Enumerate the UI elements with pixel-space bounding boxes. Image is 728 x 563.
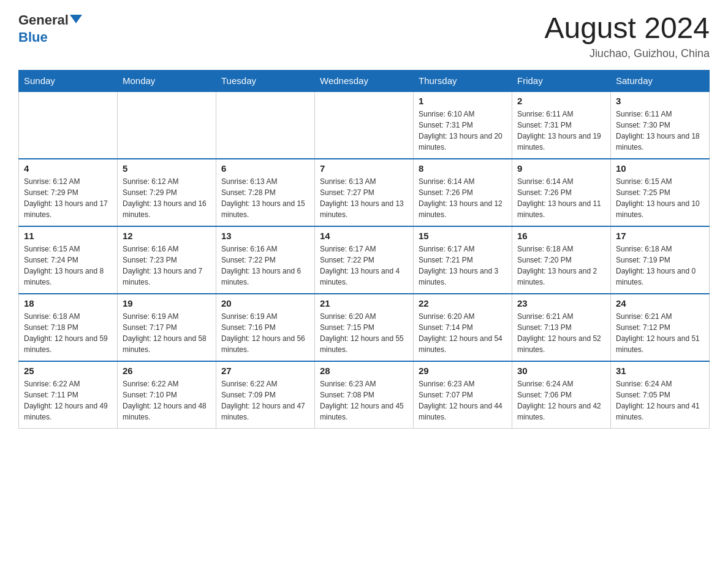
calendar-cell [118,91,216,159]
week-row-4: 25Sunrise: 6:22 AMSunset: 7:11 PMDayligh… [19,361,710,429]
calendar-cell [315,91,414,159]
day-info: Sunrise: 6:20 AMSunset: 7:15 PMDaylight:… [320,311,408,355]
calendar-cell: 11Sunrise: 6:15 AMSunset: 7:24 PMDayligh… [19,226,118,294]
day-info: Sunrise: 6:12 AMSunset: 7:29 PMDaylight:… [123,176,211,220]
week-row-3: 18Sunrise: 6:18 AMSunset: 7:18 PMDayligh… [19,294,710,361]
logo-blue-text: Blue [18,29,48,45]
calendar-cell: 10Sunrise: 6:15 AMSunset: 7:25 PMDayligh… [611,159,710,226]
day-number: 9 [517,163,605,174]
day-info: Sunrise: 6:22 AMSunset: 7:11 PMDaylight:… [24,378,112,423]
day-number: 29 [419,366,507,376]
calendar-cell: 20Sunrise: 6:19 AMSunset: 7:16 PMDayligh… [216,294,315,361]
day-info: Sunrise: 6:22 AMSunset: 7:10 PMDaylight:… [123,378,211,423]
header-saturday: Saturday [611,70,710,91]
day-info: Sunrise: 6:15 AMSunset: 7:24 PMDaylight:… [24,243,112,288]
calendar-cell: 22Sunrise: 6:20 AMSunset: 7:14 PMDayligh… [414,294,512,361]
day-number: 4 [24,163,112,174]
day-number: 30 [517,366,605,376]
calendar-cell: 4Sunrise: 6:12 AMSunset: 7:29 PMDaylight… [19,159,118,226]
day-info: Sunrise: 6:21 AMSunset: 7:13 PMDaylight:… [517,311,605,355]
day-info: Sunrise: 6:13 AMSunset: 7:28 PMDaylight:… [221,176,309,220]
day-number: 19 [123,298,211,308]
day-number: 5 [123,163,211,174]
day-info: Sunrise: 6:24 AMSunset: 7:06 PMDaylight:… [517,378,605,423]
day-info: Sunrise: 6:16 AMSunset: 7:22 PMDaylight:… [221,243,309,288]
location: Jiuchao, Guizhou, China [544,47,710,60]
day-info: Sunrise: 6:14 AMSunset: 7:26 PMDaylight:… [517,176,605,220]
day-number: 25 [24,366,112,376]
day-number: 22 [419,298,507,308]
header-sunday: Sunday [19,70,118,91]
day-info: Sunrise: 6:14 AMSunset: 7:26 PMDaylight:… [419,176,507,220]
calendar-cell: 31Sunrise: 6:24 AMSunset: 7:05 PMDayligh… [611,361,710,429]
calendar-cell: 27Sunrise: 6:22 AMSunset: 7:09 PMDayligh… [216,361,315,429]
day-info: Sunrise: 6:13 AMSunset: 7:27 PMDaylight:… [320,176,408,220]
calendar-cell: 15Sunrise: 6:17 AMSunset: 7:21 PMDayligh… [414,226,512,294]
calendar-cell: 7Sunrise: 6:13 AMSunset: 7:27 PMDaylight… [315,159,414,226]
day-info: Sunrise: 6:11 AMSunset: 7:31 PMDaylight:… [517,109,605,153]
header-tuesday: Tuesday [216,70,315,91]
calendar-cell: 21Sunrise: 6:20 AMSunset: 7:15 PMDayligh… [315,294,414,361]
day-number: 27 [221,366,309,376]
day-number: 21 [320,298,408,308]
calendar-cell: 24Sunrise: 6:21 AMSunset: 7:12 PMDayligh… [611,294,710,361]
day-number: 18 [24,298,112,308]
day-number: 12 [123,231,211,241]
day-number: 7 [320,163,408,174]
calendar-cell: 9Sunrise: 6:14 AMSunset: 7:26 PMDaylight… [512,159,611,226]
calendar-header-row: SundayMondayTuesdayWednesdayThursdayFrid… [19,70,710,91]
day-info: Sunrise: 6:15 AMSunset: 7:25 PMDaylight:… [616,176,704,220]
calendar-table: SundayMondayTuesdayWednesdayThursdayFrid… [18,70,710,429]
title-area: August 2024 Jiuchao, Guizhou, China [544,12,710,60]
day-number: 3 [616,96,704,106]
day-number: 15 [419,231,507,241]
day-number: 31 [616,366,704,376]
day-number: 23 [517,298,605,308]
day-info: Sunrise: 6:12 AMSunset: 7:29 PMDaylight:… [24,176,112,220]
day-number: 17 [616,231,704,241]
day-number: 14 [320,231,408,241]
day-info: Sunrise: 6:17 AMSunset: 7:22 PMDaylight:… [320,243,408,288]
day-number: 28 [320,366,408,376]
calendar-cell: 18Sunrise: 6:18 AMSunset: 7:18 PMDayligh… [19,294,118,361]
calendar-cell: 26Sunrise: 6:22 AMSunset: 7:10 PMDayligh… [118,361,216,429]
calendar-cell: 23Sunrise: 6:21 AMSunset: 7:13 PMDayligh… [512,294,611,361]
day-number: 16 [517,231,605,241]
day-info: Sunrise: 6:22 AMSunset: 7:09 PMDaylight:… [221,378,309,423]
month-title: August 2024 [544,12,710,45]
calendar-cell: 29Sunrise: 6:23 AMSunset: 7:07 PMDayligh… [414,361,512,429]
day-info: Sunrise: 6:19 AMSunset: 7:16 PMDaylight:… [221,311,309,355]
day-number: 13 [221,231,309,241]
header: General Blue August 2024 Jiuchao, Guizho… [18,12,710,60]
day-number: 26 [123,366,211,376]
calendar-cell: 28Sunrise: 6:23 AMSunset: 7:08 PMDayligh… [315,361,414,429]
calendar-cell: 1Sunrise: 6:10 AMSunset: 7:31 PMDaylight… [414,91,512,159]
day-info: Sunrise: 6:10 AMSunset: 7:31 PMDaylight:… [419,109,507,153]
day-number: 24 [616,298,704,308]
calendar-cell: 6Sunrise: 6:13 AMSunset: 7:28 PMDaylight… [216,159,315,226]
day-info: Sunrise: 6:23 AMSunset: 7:08 PMDaylight:… [320,378,408,423]
day-number: 8 [419,163,507,174]
day-info: Sunrise: 6:16 AMSunset: 7:23 PMDaylight:… [123,243,211,288]
header-thursday: Thursday [414,70,512,91]
header-wednesday: Wednesday [315,70,414,91]
logo-triangle-icon [70,15,82,23]
day-info: Sunrise: 6:11 AMSunset: 7:30 PMDaylight:… [616,109,704,153]
day-info: Sunrise: 6:20 AMSunset: 7:14 PMDaylight:… [419,311,507,355]
day-number: 1 [419,96,507,106]
week-row-2: 11Sunrise: 6:15 AMSunset: 7:24 PMDayligh… [19,226,710,294]
day-number: 10 [616,163,704,174]
calendar-cell [19,91,118,159]
week-row-0: 1Sunrise: 6:10 AMSunset: 7:31 PMDaylight… [19,91,710,159]
day-info: Sunrise: 6:18 AMSunset: 7:19 PMDaylight:… [616,243,704,288]
week-row-1: 4Sunrise: 6:12 AMSunset: 7:29 PMDaylight… [19,159,710,226]
header-friday: Friday [512,70,611,91]
day-info: Sunrise: 6:21 AMSunset: 7:12 PMDaylight:… [616,311,704,355]
calendar-cell: 14Sunrise: 6:17 AMSunset: 7:22 PMDayligh… [315,226,414,294]
day-number: 20 [221,298,309,308]
day-info: Sunrise: 6:23 AMSunset: 7:07 PMDaylight:… [419,378,507,423]
calendar-cell: 3Sunrise: 6:11 AMSunset: 7:30 PMDaylight… [611,91,710,159]
calendar-cell: 30Sunrise: 6:24 AMSunset: 7:06 PMDayligh… [512,361,611,429]
day-number: 2 [517,96,605,106]
calendar-cell [216,91,315,159]
